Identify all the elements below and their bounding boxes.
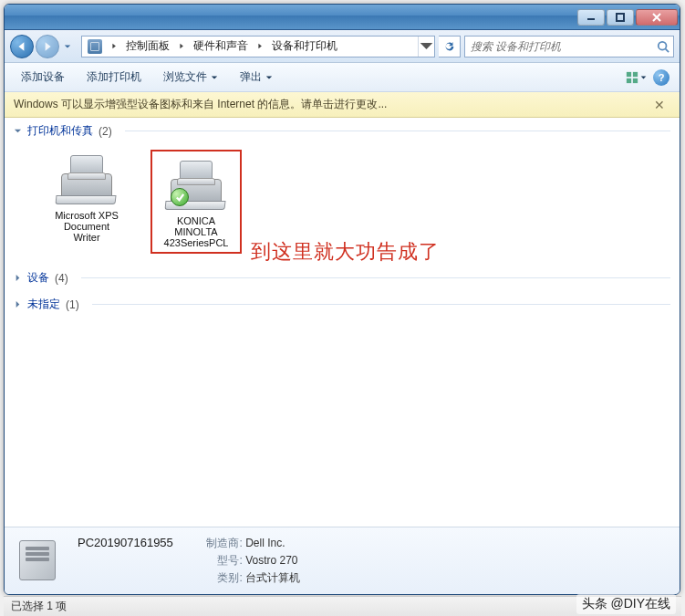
printer-icon <box>163 155 229 210</box>
view-options-button[interactable] <box>625 67 647 89</box>
group-unspecified-header[interactable]: 未指定 (1) <box>5 291 680 318</box>
refresh-button[interactable] <box>439 36 461 57</box>
infobar-close-icon[interactable]: ✕ <box>649 96 670 114</box>
back-button[interactable] <box>10 35 34 58</box>
address-bar[interactable]: 控制面板 硬件和声音 设备和打印机 <box>81 36 435 57</box>
nav-bar: 控制面板 硬件和声音 设备和打印机 <box>5 30 680 63</box>
collapse-icon <box>14 127 22 135</box>
default-check-icon <box>171 188 189 206</box>
expand-icon <box>14 300 22 308</box>
svg-rect-5 <box>632 78 637 82</box>
svg-point-1 <box>659 41 667 49</box>
computer-icon <box>16 537 65 586</box>
detail-properties: 制造商: Dell Inc. 型号: Vostro 270 类别: 台式计算机 <box>201 536 300 586</box>
help-icon: ? <box>653 69 669 86</box>
breadcrumb-seg[interactable]: 设备和打印机 <box>266 37 343 57</box>
printer-item-xps[interactable]: Microsoft XPSDocumentWriter <box>41 150 132 254</box>
svg-rect-4 <box>626 78 630 82</box>
status-text: 已选择 1 项 <box>11 599 67 614</box>
search-box[interactable] <box>464 36 674 57</box>
svg-rect-0 <box>617 14 624 21</box>
detail-name: PC201907161955 <box>78 536 173 549</box>
browse-files-button[interactable]: 浏览文件 <box>154 66 227 89</box>
printer-item-konica[interactable]: KONICAMINOLTA423SeriesPCL <box>150 150 242 254</box>
forward-button[interactable] <box>36 35 59 58</box>
watermark: 头条 @DIY在线 <box>576 594 676 614</box>
breadcrumb-seg[interactable]: 控制面板 <box>120 37 175 57</box>
close-button[interactable] <box>636 9 678 26</box>
search-input[interactable] <box>465 40 653 53</box>
explorer-window: 控制面板 硬件和声音 设备和打印机 添加设备 添加打印机 浏览文件 弹出 ? W… <box>4 4 680 595</box>
add-printer-button[interactable]: 添加打印机 <box>78 66 150 89</box>
address-dropdown[interactable] <box>418 37 434 57</box>
add-device-button[interactable]: 添加设备 <box>12 66 74 89</box>
help-button[interactable]: ? <box>650 67 672 89</box>
maximize-button[interactable] <box>607 9 634 26</box>
details-pane: PC201907161955 制造商: Dell Inc. 型号: Vostro… <box>5 527 680 594</box>
minimize-button[interactable] <box>577 9 605 26</box>
eject-button[interactable]: 弹出 <box>231 66 282 89</box>
location-icon <box>88 39 102 54</box>
info-bar[interactable]: Windows 可以显示增强型设备图标和来自 Internet 的信息。请单击进… <box>5 92 680 118</box>
group-printers-header[interactable]: 打印机和传真 (2) <box>5 118 680 144</box>
expand-icon <box>14 274 22 282</box>
svg-rect-2 <box>626 71 630 76</box>
group-devices-header[interactable]: 设备 (4) <box>5 265 680 291</box>
svg-rect-3 <box>632 71 637 76</box>
content-area: 打印机和传真 (2) Microsoft XPSDocumentWriter K… <box>5 118 680 527</box>
titlebar[interactable] <box>5 5 680 30</box>
breadcrumb-seg[interactable]: 硬件和声音 <box>188 37 254 57</box>
info-message: Windows 可以显示增强型设备图标和来自 Internet 的信息。请单击进… <box>14 97 387 112</box>
command-bar: 添加设备 添加打印机 浏览文件 弹出 ? <box>5 63 680 92</box>
history-dropdown[interactable] <box>61 35 74 58</box>
annotation-text: 到这里就大功告成了 <box>251 238 440 266</box>
search-icon[interactable] <box>653 40 673 53</box>
printer-icon <box>54 150 119 204</box>
